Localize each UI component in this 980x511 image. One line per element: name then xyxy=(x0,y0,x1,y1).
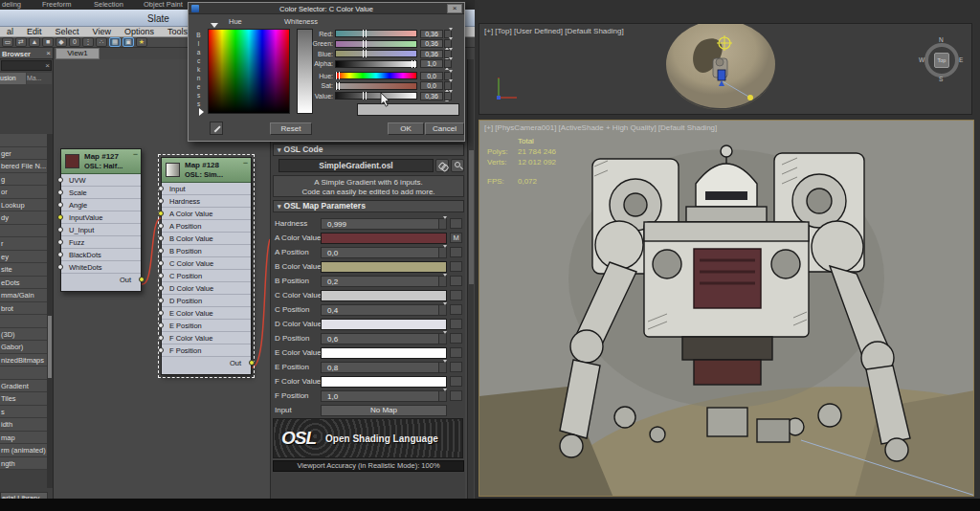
reset-button[interactable]: Reset xyxy=(270,122,312,135)
browser-map-item[interactable]: Gradient xyxy=(0,380,48,393)
node-input-slot[interactable]: Angle xyxy=(61,199,141,211)
browser-map-item[interactable]: rm (animated) xyxy=(0,444,48,457)
browser-map-item[interactable]: s xyxy=(0,406,48,419)
menu-item[interactable]: al xyxy=(0,27,20,36)
input-socket-icon[interactable] xyxy=(158,248,164,254)
param-spinner-field[interactable]: 0,2 xyxy=(321,276,447,287)
slider-marker[interactable] xyxy=(412,60,415,68)
browser-map-item[interactable]: ger xyxy=(0,147,48,161)
browser-search-input[interactable]: × xyxy=(1,60,52,71)
slider-marker[interactable] xyxy=(363,30,367,37)
browser-map-item[interactable]: ey xyxy=(0,251,48,264)
input-socket-icon[interactable] xyxy=(57,189,63,195)
slider-track[interactable] xyxy=(335,92,417,100)
browser-map-item[interactable]: Lookup xyxy=(0,199,48,212)
browser-scrollbar[interactable] xyxy=(47,134,53,488)
slider-value-field[interactable]: 0,0 xyxy=(420,81,443,90)
param-color-swatch[interactable] xyxy=(321,319,447,330)
param-spinner-field[interactable]: 0,999 xyxy=(321,218,447,230)
panel-scrollbar[interactable] xyxy=(467,59,474,499)
param-side-button[interactable] xyxy=(450,218,462,229)
add-node-icon[interactable]: ▲ xyxy=(29,37,40,47)
input-socket-icon[interactable] xyxy=(57,227,63,233)
ribbon-tab-freeform[interactable]: Freeform xyxy=(42,0,71,9)
node-input-slot[interactable]: InputValue xyxy=(61,211,141,224)
param-side-button[interactable] xyxy=(450,333,462,344)
param-color-swatch[interactable] xyxy=(321,290,447,301)
input-socket-icon[interactable] xyxy=(158,198,164,204)
param-color-swatch[interactable] xyxy=(321,261,447,273)
browser-map-item[interactable]: or xyxy=(0,186,48,199)
input-socket-icon[interactable] xyxy=(57,252,63,257)
browser-tab-2[interactable]: Ma... xyxy=(27,73,52,84)
node-input-slot[interactable]: E Position xyxy=(162,320,251,332)
node-input-slot[interactable]: Fuzz xyxy=(61,236,141,249)
slider-track[interactable] xyxy=(335,72,417,79)
slider-track[interactable] xyxy=(335,60,417,68)
node-resize-grip[interactable] xyxy=(61,286,141,291)
node-input-slot[interactable]: A Color Value xyxy=(162,208,251,220)
layout-all-icon[interactable]: ▦ xyxy=(109,37,121,47)
param-side-button[interactable] xyxy=(450,319,462,329)
input-socket-icon[interactable] xyxy=(158,186,164,191)
browser-scrollbar-thumb[interactable] xyxy=(48,316,52,378)
browser-map-item[interactable]: site xyxy=(0,263,48,277)
eyedropper-button[interactable] xyxy=(210,122,223,135)
slider-value-field[interactable]: 0,36 xyxy=(420,50,443,58)
browser-map-item[interactable]: mma/Gain xyxy=(0,289,48,302)
browser-map-item[interactable] xyxy=(0,367,48,380)
param-spinner-field[interactable]: 1,0 xyxy=(321,390,447,402)
slider-track[interactable] xyxy=(335,30,417,37)
slider-value-field[interactable]: 0,36 xyxy=(420,92,443,100)
browser-map-item[interactable]: idth xyxy=(0,418,48,432)
param-side-button[interactable] xyxy=(450,304,462,315)
input-socket-icon[interactable] xyxy=(158,298,164,303)
viewport-camera-label[interactable]: [+] [PhysCamera001] [ActiveShade + High … xyxy=(484,123,717,132)
slider-track[interactable] xyxy=(335,82,417,90)
node-128-out-slot[interactable]: Out xyxy=(162,357,251,369)
node-input-slot[interactable]: F Color Value xyxy=(162,332,251,344)
slider-value-field[interactable]: 0,36 xyxy=(420,39,443,48)
node-input-slot[interactable]: Hardness xyxy=(162,195,251,208)
input-socket-icon[interactable] xyxy=(158,260,164,266)
node-input-slot[interactable]: C Position xyxy=(162,270,251,282)
param-spinner-field[interactable]: 0,0 xyxy=(321,247,447,258)
browser-map-item[interactable] xyxy=(0,225,48,238)
slider-marker[interactable] xyxy=(336,82,340,90)
output-socket-icon[interactable] xyxy=(249,360,255,366)
input-socket-icon[interactable] xyxy=(158,335,164,341)
node-input-slot[interactable]: BlackDots xyxy=(61,249,141,261)
node-map-127[interactable]: Map #127 OSL: Half... − UVW Scale xyxy=(60,148,142,292)
menu-item[interactable]: View xyxy=(86,27,118,36)
param-side-button[interactable]: M xyxy=(450,233,462,243)
osl-link-button[interactable] xyxy=(435,159,449,172)
ribbon-tab-object-paint[interactable]: Object Paint xyxy=(144,0,183,9)
slider-value-field[interactable]: 0,36 xyxy=(420,30,443,38)
spinner-arrows-icon[interactable] xyxy=(438,391,446,401)
param-map-button[interactable]: No Map xyxy=(321,405,447,416)
slider-value-field[interactable]: 1,0 xyxy=(420,59,443,68)
input-socket-icon[interactable] xyxy=(158,273,164,278)
input-socket-icon[interactable] xyxy=(57,214,63,220)
viewport-top[interactable]: [+] [Top] [User Defined] [Default Shadin… xyxy=(479,23,972,115)
browser-map-item[interactable]: eDots xyxy=(0,277,48,290)
input-socket-icon[interactable] xyxy=(158,322,164,328)
output-socket-icon[interactable] xyxy=(139,277,145,282)
cancel-button[interactable]: Cancel xyxy=(425,122,464,135)
slider-track[interactable] xyxy=(335,50,417,57)
node-input-slot[interactable]: C Color Value xyxy=(162,257,251,270)
node-input-slot[interactable]: B Position xyxy=(162,245,251,257)
browser-map-item[interactable]: map xyxy=(0,432,48,445)
slider-track[interactable] xyxy=(335,40,417,48)
node-input-slot[interactable]: WhiteDots xyxy=(61,261,141,274)
spinner-arrows-icon[interactable] xyxy=(438,363,446,372)
node-input-slot[interactable]: F Position xyxy=(162,344,251,357)
param-color-swatch[interactable] xyxy=(321,347,447,359)
input-socket-icon[interactable] xyxy=(158,285,164,291)
slider-value-field[interactable]: 0,0 xyxy=(420,72,443,80)
input-socket-icon[interactable] xyxy=(158,235,164,241)
browser-map-item[interactable] xyxy=(0,134,48,147)
input-socket-icon[interactable] xyxy=(57,239,63,245)
show-background-icon[interactable]: ◆ xyxy=(56,37,67,47)
spinner-arrows-icon[interactable] xyxy=(444,92,452,100)
